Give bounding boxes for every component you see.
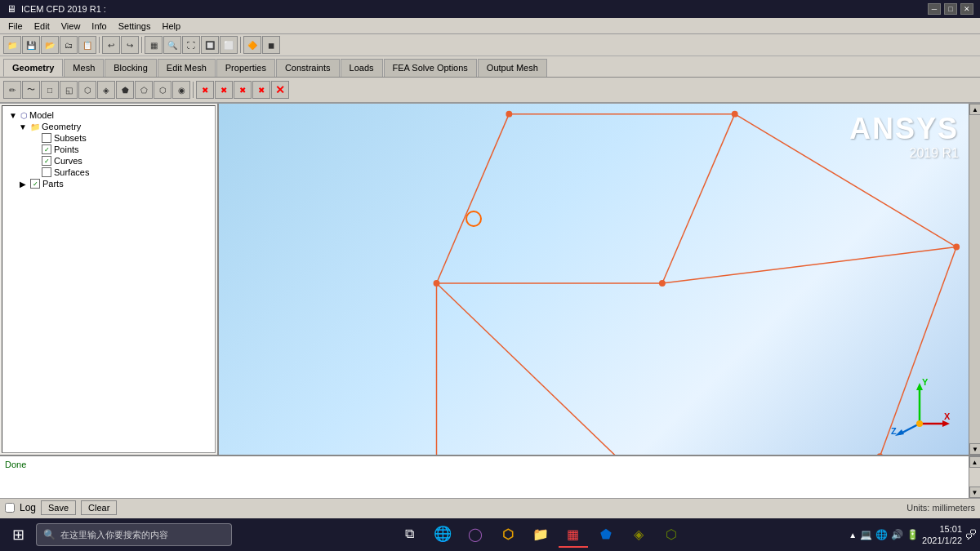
ansys-taskbar-button[interactable]: ⬡ xyxy=(493,522,523,548)
geom-tool-2[interactable]: 〜 xyxy=(22,81,40,99)
tab-properties[interactable]: Properties xyxy=(216,59,275,77)
time-display[interactable]: 15:01 2021/1/22 xyxy=(922,523,962,547)
tree-expand-model[interactable]: ▼ xyxy=(7,111,19,120)
viewport-scrollbar: ▲ ▼ xyxy=(969,104,980,455)
tb-icon10[interactable]: ⬜ xyxy=(220,36,238,54)
console-scroll-down[interactable]: ▼ xyxy=(969,487,981,498)
tree-item-surfaces[interactable]: Surfaces xyxy=(6,167,212,178)
tree-expand-geometry[interactable]: ▼ xyxy=(17,122,29,131)
app3-button[interactable]: ◈ xyxy=(624,522,653,548)
geom-delete-2[interactable]: ✖ xyxy=(215,81,233,99)
tb-redo-icon[interactable]: ↪ xyxy=(121,36,139,54)
menu-settings[interactable]: Settings xyxy=(114,20,156,33)
maximize-button[interactable]: □ xyxy=(944,3,957,15)
tb-icon5[interactable]: 📋 xyxy=(78,36,96,54)
svg-line-5 xyxy=(662,114,735,283)
geom-tool-10[interactable]: ◉ xyxy=(172,81,190,99)
geom-tool-9[interactable]: ⬡ xyxy=(154,81,172,99)
tree-check-subsets[interactable] xyxy=(42,133,51,143)
tree-item-parts[interactable]: ▶ ✓ Parts xyxy=(6,178,212,189)
taskbar-right: ▲ 💻 🌐 🔊 🔋 15:01 2021/1/22 🗪 xyxy=(849,523,977,547)
tb-icon12[interactable]: ◼ xyxy=(262,36,280,54)
scroll-up-arrow[interactable]: ▲ xyxy=(969,104,980,115)
menu-file[interactable]: File xyxy=(3,20,28,33)
menu-help[interactable]: Help xyxy=(157,20,185,33)
geom-tool-1[interactable]: ✏ xyxy=(3,81,21,99)
start-button[interactable]: ⊞ xyxy=(3,520,33,549)
viewport[interactable]: ANSYS 2019 R1 Y X Z xyxy=(219,104,969,455)
geom-delete-4[interactable]: ✖ xyxy=(252,81,270,99)
svg-point-19 xyxy=(506,111,512,118)
svg-point-22 xyxy=(659,280,666,287)
geom-tool-7[interactable]: ⬟ xyxy=(116,81,134,99)
taskbar-center: ⧉ 🌐 ◯ ⬡ 📁 ▦ ⬟ ◈ ⬡ xyxy=(232,522,849,548)
tree-check-parts[interactable]: ✓ xyxy=(30,179,40,189)
tab-constraints[interactable]: Constraints xyxy=(276,59,340,77)
app2-button[interactable]: ⬟ xyxy=(591,522,621,548)
main-layout: ▼ ⬡ Model ▼ 📁 Geometry Subsets ✓ Points xyxy=(0,104,980,455)
tb-open-icon[interactable]: 📁 xyxy=(3,36,21,54)
tb-save2-icon[interactable]: 🗂 xyxy=(60,36,78,54)
tree-check-surfaces[interactable] xyxy=(42,167,51,177)
tab-fea-solve[interactable]: FEA Solve Options xyxy=(384,59,477,77)
tab-blocking[interactable]: Blocking xyxy=(105,59,157,77)
close-button[interactable]: ✕ xyxy=(960,3,973,15)
app-stripe-button[interactable]: ▦ xyxy=(559,522,588,548)
toolbar-sep-1 xyxy=(99,37,100,53)
tb-fit-icon[interactable]: ⛶ xyxy=(182,36,200,54)
tree-item-points[interactable]: ✓ Points xyxy=(6,144,212,155)
explorer-button[interactable]: 📁 xyxy=(526,522,555,548)
window-controls[interactable]: ─ □ ✕ xyxy=(928,3,973,15)
tab-geometry[interactable]: Geometry xyxy=(3,59,63,77)
tree-item-model[interactable]: ▼ ⬡ Model xyxy=(6,109,212,121)
tab-loads[interactable]: Loads xyxy=(341,59,383,77)
tree-item-subsets[interactable]: Subsets xyxy=(6,132,212,144)
tree-check-curves[interactable]: ✓ xyxy=(42,156,51,166)
tray-chevron-icon[interactable]: ▲ xyxy=(849,531,857,540)
geom-tool-4[interactable]: ◱ xyxy=(60,81,78,99)
geom-tool-5[interactable]: ⬡ xyxy=(78,81,96,99)
geom-tool-6[interactable]: ◈ xyxy=(97,81,115,99)
geom-tool-8[interactable]: ⬠ xyxy=(135,81,153,99)
console-scroll-up[interactable]: ▲ xyxy=(969,456,981,468)
scroll-down-arrow[interactable]: ▼ xyxy=(969,443,980,455)
save-button[interactable]: Save xyxy=(41,500,76,515)
tree-item-geometry[interactable]: ▼ 📁 Geometry xyxy=(6,121,212,132)
geometry-toolbar: ✏ 〜 □ ◱ ⬡ ◈ ⬟ ⬠ ⬡ ◉ ✖ ✖ ✖ ✖ ✕ xyxy=(0,78,980,102)
geom-tool-3[interactable]: □ xyxy=(41,81,59,99)
scroll-thumb[interactable] xyxy=(969,115,980,443)
tb-icon11[interactable]: 🔶 xyxy=(243,36,261,54)
tab-edit-mesh[interactable]: Edit Mesh xyxy=(158,59,216,77)
taskview-button[interactable]: ⧉ xyxy=(395,522,425,548)
tree-check-points[interactable]: ✓ xyxy=(42,144,51,154)
geom-delete-1[interactable]: ✖ xyxy=(196,81,214,99)
console-left-controls: Log Save Clear xyxy=(5,500,117,515)
console-controls: Log Save Clear Units: millimeters xyxy=(0,498,980,516)
tray-icon-3: 🔊 xyxy=(891,529,903,540)
clear-button[interactable]: Clear xyxy=(81,500,117,515)
tb-save-icon[interactable]: 💾 xyxy=(22,36,40,54)
minimize-button[interactable]: ─ xyxy=(928,3,941,15)
geom-delete-3[interactable]: ✖ xyxy=(234,81,252,99)
app4-button[interactable]: ⬡ xyxy=(657,522,686,548)
tb-undo-icon[interactable]: ↩ xyxy=(102,36,120,54)
cortana-button[interactable]: ◯ xyxy=(461,522,490,548)
tb-zoom-icon[interactable]: 🔍 xyxy=(163,36,181,54)
toolbar-area: 📁 💾 📂 🗂 📋 ↩ ↪ ▦ 🔍 ⛶ 🔲 ⬜ 🔶 ◼ Geometry Mes… xyxy=(0,34,980,104)
tb-icon9[interactable]: 🔲 xyxy=(201,36,219,54)
notification-icon[interactable]: 🗪 xyxy=(965,528,977,541)
menu-view[interactable]: View xyxy=(56,20,86,33)
menu-info[interactable]: Info xyxy=(87,20,111,33)
log-checkbox[interactable] xyxy=(5,503,15,513)
tab-mesh[interactable]: Mesh xyxy=(64,59,104,77)
tree-item-curves[interactable]: ✓ Curves xyxy=(6,155,212,167)
edge-button[interactable]: 🌐 xyxy=(428,522,457,548)
svg-point-27 xyxy=(876,453,883,455)
tree-expand-parts[interactable]: ▶ xyxy=(17,180,29,189)
tab-output-mesh[interactable]: Output Mesh xyxy=(478,59,547,77)
geom-delete-5[interactable]: ✕ xyxy=(271,81,289,99)
search-bar[interactable]: 🔍 在这里输入你要搜索的内容 xyxy=(36,523,232,546)
menu-edit[interactable]: Edit xyxy=(29,20,55,33)
tb-grid-icon[interactable]: ▦ xyxy=(145,36,163,54)
tb-open2-icon[interactable]: 📂 xyxy=(41,36,59,54)
